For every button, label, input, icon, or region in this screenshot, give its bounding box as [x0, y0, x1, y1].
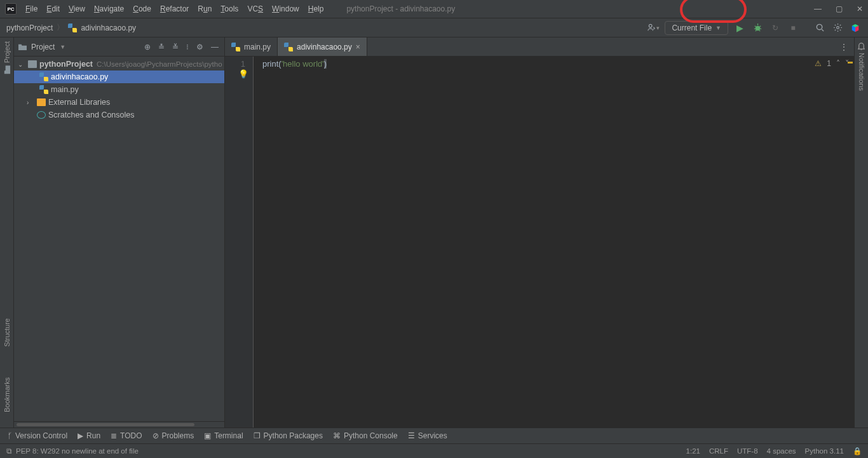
expand-all-icon[interactable]: ≛ — [156, 43, 166, 51]
toolwindow-python-packages[interactable]: ❒Python Packages — [254, 431, 323, 440]
sidebar-tab-project[interactable]: Project — [2, 41, 11, 74]
tab-label: adivinhacaoo.py — [297, 43, 352, 51]
packages-icon: ❒ — [254, 431, 261, 440]
right-tool-rail: Notifications — [854, 37, 868, 428]
status-interpreter[interactable]: Python 3.11 — [805, 447, 844, 455]
nav-up-icon[interactable]: ˄ — [836, 59, 840, 68]
svg-point-0 — [649, 24, 653, 27]
search-icon[interactable] — [813, 22, 826, 34]
tab-main-py[interactable]: main.py — [225, 37, 278, 56]
status-toggle-icon[interactable]: ⧉ — [6, 447, 12, 455]
breadcrumb-project[interactable]: pythonProject — [6, 24, 53, 32]
branch-icon: ᚶ — [8, 431, 12, 440]
todo-icon: ≣ — [111, 431, 117, 440]
code-token-paren: ) — [324, 59, 327, 69]
code-token-fn: print — [262, 59, 278, 69]
tree-scratches-label: Scratches and Consoles — [48, 111, 135, 119]
panel-hide-icon[interactable]: — — [209, 43, 220, 51]
chevron-down-icon: ▼ — [715, 25, 721, 31]
project-scrollbar[interactable] — [14, 421, 224, 428]
tree-file-label: adivinhacaoo.py — [51, 72, 108, 81]
collapse-all-icon[interactable]: ≚ — [170, 43, 180, 51]
menu-help[interactable]: Help — [304, 3, 328, 15]
library-icon — [37, 98, 46, 106]
toolwindow-version-control[interactable]: ᚶVersion Control — [8, 431, 67, 440]
menu-window[interactable]: Window — [268, 3, 303, 15]
intention-bulb-icon[interactable]: 💡 — [238, 69, 248, 79]
status-lock-icon[interactable]: 🔒 — [853, 447, 862, 455]
panel-gear-icon[interactable]: ⚙ — [194, 43, 205, 51]
toolwindow-terminal[interactable]: ▣Terminal — [204, 431, 243, 440]
folder-icon — [28, 60, 37, 68]
toolwindow-problems[interactable]: ⊘Problems — [153, 431, 194, 440]
inspection-widget[interactable]: ⚠ 1 ˄ ˅ — [815, 59, 849, 68]
toolwindow-todo[interactable]: ≣TODO — [111, 431, 142, 440]
debug-button[interactable] — [751, 22, 764, 34]
menu-edit[interactable]: Edit — [43, 3, 64, 15]
project-panel: Project ▼ ⊕ ≛ ≚ ⁝ ⚙ — ⌄ pythonProject C:… — [14, 37, 225, 428]
python-file-icon — [39, 85, 48, 94]
code-editor[interactable]: 1 print('hello world') 💡 ⚠ 1 ˄ ˅ — [225, 57, 854, 428]
status-indent[interactable]: 4 spaces — [767, 447, 796, 455]
tree-root-name: pythonProject — [39, 60, 93, 69]
sidebar-tab-structure-label: Structure — [3, 318, 11, 347]
tree-file-main[interactable]: main.py — [14, 83, 224, 96]
toolwindow-run[interactable]: ▶Run — [78, 431, 100, 440]
status-encoding[interactable]: UTF-8 — [737, 447, 758, 455]
tab-adivinhacaoo-py[interactable]: adivinhacaoo.py × — [278, 37, 367, 56]
tree-scratches[interactable]: Scratches and Consoles — [14, 109, 224, 121]
run-coverage-button[interactable]: ↻ — [769, 22, 782, 34]
menu-file[interactable]: File — [22, 3, 41, 15]
window-maximize-icon[interactable]: ▢ — [836, 4, 843, 13]
bottom-tool-strip: ᚶVersion Control ▶Run ≣TODO ⊘Problems ▣T… — [0, 428, 868, 443]
tw-label: Python Packages — [264, 431, 323, 440]
window-close-icon[interactable]: ✕ — [857, 4, 863, 13]
toolwindow-services[interactable]: ☰Services — [408, 431, 447, 440]
menu-tools[interactable]: Tools — [217, 3, 242, 15]
error-stripe[interactable] — [846, 57, 854, 428]
tw-label: Python Console — [344, 431, 398, 440]
sidebar-tab-notifications[interactable]: Notifications — [858, 53, 865, 91]
breadcrumb-file[interactable]: adivinhacaoo.py — [81, 24, 136, 32]
project-panel-header: Project ▼ ⊕ ≛ ≚ ⁝ ⚙ — — [14, 37, 224, 57]
menu-run[interactable]: Run — [194, 3, 215, 15]
sidebar-tab-structure[interactable]: Structure — [3, 318, 11, 347]
main-menu: File Edit View Navigate Code Refactor Ru… — [22, 3, 327, 15]
tree-external-libraries[interactable]: › External Libraries — [14, 96, 224, 109]
tabs-more-icon[interactable]: ⋮ — [834, 37, 854, 56]
tw-label: Terminal — [214, 431, 243, 440]
status-caret-position[interactable]: 1:21 — [686, 447, 700, 455]
tree-root[interactable]: ⌄ pythonProject C:\Users\joaog\PycharmPr… — [14, 58, 224, 71]
console-icon: ⌘ — [333, 431, 341, 440]
chevron-down-icon: ⌄ — [18, 61, 25, 68]
svg-point-2 — [817, 24, 822, 29]
menu-vcs[interactable]: VCS — [243, 3, 267, 15]
project-panel-title[interactable]: Project — [31, 43, 55, 51]
code-with-me-icon[interactable]: ▾ — [647, 22, 660, 34]
gear-icon[interactable] — [831, 22, 844, 34]
window-minimize-icon[interactable]: — — [814, 4, 822, 13]
locate-icon[interactable]: ⊕ — [142, 43, 153, 51]
warning-mark[interactable] — [848, 62, 853, 64]
toolwindow-python-console[interactable]: ⌘Python Console — [333, 431, 398, 440]
sidebar-tab-bookmarks[interactable]: Bookmarks — [3, 377, 11, 412]
stop-button[interactable]: ■ — [787, 22, 799, 34]
notifications-bell-icon[interactable] — [857, 41, 866, 53]
status-line-ending[interactable]: CRLF — [709, 447, 728, 455]
menu-navigate[interactable]: Navigate — [90, 3, 128, 15]
tree-external-label: External Libraries — [48, 98, 110, 107]
close-tab-icon[interactable]: × — [356, 43, 360, 51]
tw-label: Problems — [162, 431, 194, 440]
menu-view[interactable]: View — [65, 3, 89, 15]
jetbrains-toolbox-icon[interactable] — [849, 22, 862, 34]
chevron-down-icon[interactable]: ▼ — [60, 44, 65, 50]
main-area: Project Structure Bookmarks Project ▼ ⊕ … — [0, 37, 868, 428]
tree-file-adivinhacaoo[interactable]: adivinhacaoo.py — [14, 71, 224, 83]
menu-refactor[interactable]: Refactor — [156, 3, 193, 15]
run-button[interactable]: ▶ — [733, 22, 746, 34]
panel-settings-icon[interactable]: ⁝ — [184, 43, 191, 51]
code-content[interactable]: print('hello world') 💡 — [253, 57, 854, 428]
run-config-dropdown[interactable]: Current File ▼ — [665, 21, 728, 35]
status-message: PEP 8: W292 no newline at end of file — [16, 447, 139, 455]
menu-code[interactable]: Code — [129, 3, 155, 15]
